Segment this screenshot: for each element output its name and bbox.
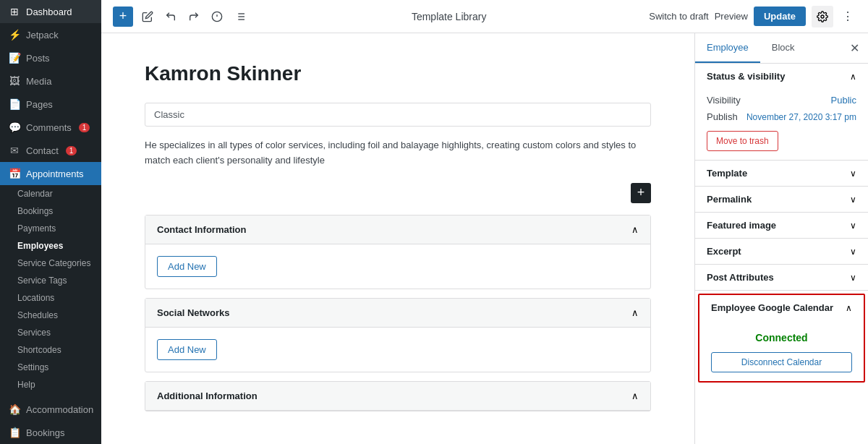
sidebar-child-bookings[interactable]: Bookings	[0, 202, 101, 220]
featured-image-header[interactable]: Featured image	[695, 213, 868, 238]
sidebar-child-services[interactable]: Services	[0, 324, 101, 341]
media-icon: 🖼	[9, 75, 20, 87]
template-title: Template	[707, 168, 747, 179]
page-title: Kamron Skinner	[145, 62, 651, 85]
featured-image-section: Featured image	[695, 213, 868, 239]
publish-row: Publish November 27, 2020 3:17 pm	[707, 111, 856, 122]
undo-button[interactable]	[162, 8, 179, 25]
main-area: + Template Library Switch to draft Previ…	[101, 0, 868, 444]
list-view-button[interactable]	[231, 8, 249, 25]
social-networks-header[interactable]: Social Networks ∧	[145, 299, 650, 328]
right-panel: Employee Block ✕ Status & visibility Vis…	[694, 33, 868, 444]
sidebar-item-bookings2[interactable]: 📋 Bookings	[0, 421, 101, 444]
edit-icon-button[interactable]	[139, 8, 156, 25]
sidebar-child-payments[interactable]: Payments	[0, 220, 101, 237]
sidebar-item-accommodation[interactable]: 🏠 Accommodation	[0, 398, 101, 421]
post-attributes-chevron	[850, 272, 856, 283]
topbar: + Template Library Switch to draft Previ…	[101, 0, 868, 33]
additional-info-header[interactable]: Additional Information ∧	[145, 382, 650, 411]
sidebar-item-pages[interactable]: 📄 Pages	[0, 93, 101, 116]
contact-badge: 1	[66, 146, 77, 155]
posts-icon: 📝	[9, 52, 20, 64]
social-add-new-button[interactable]: Add New	[157, 339, 217, 360]
editor-description: He specializes in all types of color ser…	[145, 138, 651, 168]
contact-info-header[interactable]: Contact Information ∧	[145, 215, 650, 244]
topbar-title: Template Library	[255, 11, 643, 22]
template-header[interactable]: Template	[695, 161, 868, 186]
redo-button[interactable]	[185, 8, 203, 25]
contact-info-panel: Contact Information ∧ Add New	[145, 215, 651, 289]
more-options-button[interactable]: ⋮	[839, 7, 856, 26]
permalink-header[interactable]: Permalink	[695, 187, 868, 212]
contact-add-new-button[interactable]: Add New	[157, 256, 217, 277]
additional-info-title: Additional Information	[157, 390, 258, 401]
publish-label: Publish	[707, 111, 738, 122]
disconnect-calendar-button[interactable]: Disconnect Calendar	[711, 352, 852, 372]
sidebar-item-label: Accommodation	[26, 404, 93, 415]
sidebar-child-locations[interactable]: Locations	[0, 289, 101, 307]
pages-icon: 📄	[9, 98, 20, 110]
sidebar-item-label: Contact	[26, 145, 59, 156]
sidebar-child-service-categories[interactable]: Service Categories	[0, 255, 101, 272]
move-to-trash-button[interactable]: Move to trash	[707, 131, 778, 151]
sidebar-child-schedules[interactable]: Schedules	[0, 307, 101, 324]
google-calendar-title: Employee Google Calendar	[711, 302, 833, 313]
sidebar-item-contact[interactable]: ✉ Contact 1	[0, 139, 101, 162]
post-attributes-header[interactable]: Post Attributes	[695, 265, 868, 290]
sidebar-item-jetpack[interactable]: ⚡ Jetpack	[0, 23, 101, 46]
contact-info-title: Contact Information	[157, 224, 247, 235]
excerpt-header[interactable]: Excerpt	[695, 239, 868, 264]
sidebar-item-media[interactable]: 🖼 Media	[0, 69, 101, 93]
status-visibility-header[interactable]: Status & visibility	[695, 64, 868, 89]
publish-value[interactable]: November 27, 2020 3:17 pm	[746, 112, 856, 122]
panel-close-button[interactable]: ✕	[841, 35, 868, 61]
sidebar-item-appointments[interactable]: 📅 Appointments	[0, 162, 101, 185]
sidebar-child-calendar[interactable]: Calendar	[0, 185, 101, 202]
content-area: Kamron Skinner Classic He specializes in…	[101, 33, 868, 444]
sidebar-child-service-tags[interactable]: Service Tags	[0, 272, 101, 289]
post-attributes-title: Post Attributes	[707, 272, 774, 283]
classic-block: Classic	[145, 103, 651, 127]
tab-employee[interactable]: Employee	[695, 33, 760, 63]
template-section: Template	[695, 161, 868, 187]
comments-badge: 1	[79, 123, 90, 132]
sidebar-item-posts[interactable]: 📝 Posts	[0, 46, 101, 69]
contact-info-body: Add New	[145, 244, 650, 289]
tab-block[interactable]: Block	[760, 33, 807, 63]
google-calendar-body: Connected Disconnect Calendar	[699, 320, 864, 381]
sidebar-child-help[interactable]: Help	[0, 376, 101, 393]
visibility-value[interactable]: Public	[831, 95, 856, 106]
permalink-chevron	[850, 194, 856, 205]
bookings2-icon: 📋	[9, 427, 20, 438]
social-networks-title: Social Networks	[157, 307, 229, 318]
sidebar-item-dashboard[interactable]: ⊞ Dashboard	[0, 0, 101, 23]
sidebar-item-comments[interactable]: 💬 Comments 1	[0, 116, 101, 139]
editor-add-block-button[interactable]: +	[631, 183, 651, 203]
sidebar-item-label: Appointments	[26, 168, 84, 179]
preview-button[interactable]: Preview	[715, 11, 748, 22]
contact-info-chevron: ∧	[631, 224, 639, 235]
sidebar-child-shortcodes[interactable]: Shortcodes	[0, 341, 101, 359]
template-chevron	[850, 168, 856, 179]
permalink-title: Permalink	[707, 194, 752, 205]
update-button[interactable]: Update	[754, 7, 806, 26]
connected-status: Connected	[711, 326, 852, 349]
topbar-right: Switch to draft Preview Update ⋮	[649, 6, 856, 27]
sidebar-child-employees[interactable]: Employees	[0, 237, 101, 255]
jetpack-icon: ⚡	[9, 29, 20, 40]
switch-to-draft-button[interactable]: Switch to draft	[649, 11, 708, 22]
dashboard-icon: ⊞	[9, 6, 20, 17]
info-button[interactable]	[208, 8, 226, 25]
settings-button[interactable]	[812, 6, 833, 27]
google-calendar-header[interactable]: Employee Google Calendar	[699, 295, 864, 320]
sidebar-item-label: Comments	[26, 122, 72, 133]
google-calendar-section: Employee Google Calendar Connected Disco…	[698, 294, 865, 383]
excerpt-section: Excerpt	[695, 239, 868, 265]
sidebar-item-label: Posts	[26, 53, 50, 64]
excerpt-chevron	[850, 246, 856, 257]
sidebar: ⊞ Dashboard ⚡ Jetpack 📝 Posts 🖼 Media 📄 …	[0, 0, 101, 444]
sidebar-item-label: Bookings	[26, 427, 64, 438]
add-block-button[interactable]: +	[113, 7, 133, 27]
svg-point-9	[821, 15, 824, 18]
sidebar-child-settings[interactable]: Settings	[0, 359, 101, 376]
